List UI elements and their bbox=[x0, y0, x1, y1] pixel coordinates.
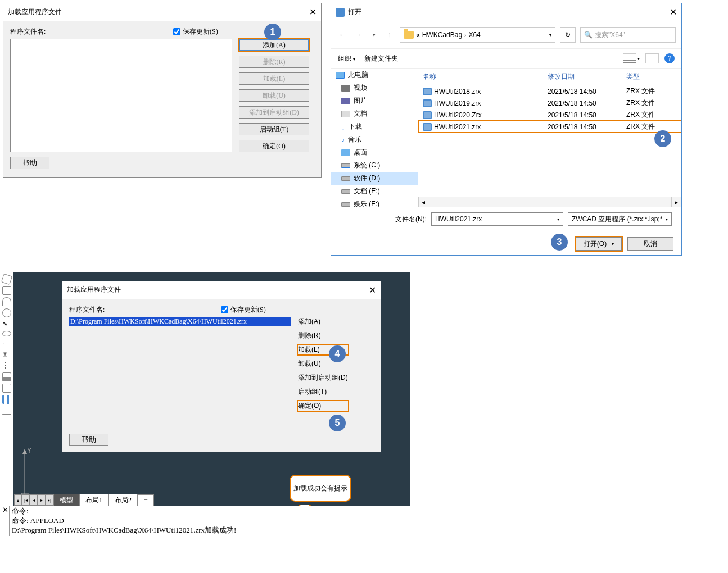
refresh-button[interactable]: ↻ bbox=[560, 27, 576, 43]
program-filename-label: 程序文件名: bbox=[69, 305, 221, 315]
filetype-filter-combobox[interactable]: ZWCAD 应用程序 (*.zrx;*.lsp;*▾ bbox=[568, 212, 672, 226]
col-name[interactable]: 名称 bbox=[418, 72, 548, 81]
tab-model[interactable]: 模型 bbox=[53, 494, 79, 507]
tool-ellipse-icon[interactable] bbox=[2, 331, 11, 336]
program-files-listbox[interactable] bbox=[10, 39, 232, 152]
tab-first-icon[interactable]: |◂ bbox=[22, 494, 30, 506]
filename-combobox[interactable]: HWUtil2021.zrx▾ bbox=[431, 212, 563, 226]
save-updates-checkbox[interactable]: 保存更新(S) bbox=[173, 27, 218, 37]
tool-point-icon[interactable]: · bbox=[2, 339, 11, 348]
help-button[interactable]: 帮助 bbox=[69, 434, 108, 446]
nav-up-icon[interactable]: ↑ bbox=[384, 31, 395, 39]
startup-group-button[interactable]: 启动组(T) bbox=[239, 123, 309, 135]
delete-button[interactable]: 删除(R) bbox=[239, 56, 309, 68]
breadcrumb-seg2[interactable]: X64 bbox=[468, 31, 480, 39]
unload-button[interactable]: 卸载(U) bbox=[239, 89, 309, 102]
tool-table-icon[interactable] bbox=[2, 372, 11, 381]
add-button[interactable]: 添加(A) bbox=[239, 39, 309, 51]
filename-label: 文件名(N): bbox=[395, 215, 427, 224]
preview-pane-button[interactable] bbox=[645, 53, 659, 63]
tab-layout2[interactable]: 布局2 bbox=[108, 494, 138, 507]
add-button[interactable]: 添加(A) bbox=[298, 317, 348, 326]
tool-spline-icon[interactable]: ∿ bbox=[2, 320, 11, 329]
tool-dots-icon[interactable]: ⋮ bbox=[2, 361, 11, 370]
close-icon[interactable]: ✕ bbox=[670, 7, 677, 17]
sidebar-pictures[interactable]: 图片 bbox=[331, 94, 418, 107]
file-row[interactable]: HWUtil2020.Zrx2021/5/18 14:50ZRX 文件 bbox=[418, 109, 681, 121]
scroll-left-icon[interactable]: ◂ bbox=[418, 197, 428, 207]
sidebar-drive-c[interactable]: 系统 (C:) bbox=[331, 159, 418, 172]
sidebar-documents[interactable]: 文档 bbox=[331, 107, 418, 120]
breadcrumb-seg1[interactable]: HWKCadBag bbox=[422, 31, 462, 39]
ok-button[interactable]: 确定(O) bbox=[239, 140, 309, 152]
svg-text:Y: Y bbox=[27, 447, 31, 454]
sidebar-drive-e[interactable]: 文档 (E:) bbox=[331, 185, 418, 198]
close-panel-icon[interactable]: ✕ bbox=[2, 506, 8, 515]
cancel-button[interactable]: 取消 bbox=[627, 237, 673, 251]
load-button[interactable]: 加载(L) bbox=[239, 72, 309, 85]
file-open-dialog: 打开 ✕ ← → ▾ ↑ « HWKCadBag › X64 ▾ ↻ 🔍 搜索"… bbox=[331, 3, 682, 256]
list-item-selected[interactable]: D:\Program Files\HWKSoft\HWKCadBag\X64\H… bbox=[69, 317, 291, 326]
help-button[interactable]: 帮助 bbox=[10, 157, 49, 169]
search-input[interactable]: 🔍 搜索"X64" bbox=[580, 27, 676, 43]
nav-down-icon[interactable]: ▾ bbox=[368, 32, 379, 38]
col-date[interactable]: 修改日期 bbox=[548, 72, 626, 81]
tab-next-icon[interactable]: ▸ bbox=[38, 494, 46, 506]
tab-add[interactable]: + bbox=[138, 494, 154, 506]
file-list-header[interactable]: 名称 修改日期 类型 bbox=[418, 69, 681, 85]
cmd-line: 命令: APPLOAD bbox=[12, 516, 408, 526]
open-button[interactable]: 打开(O)▾ bbox=[576, 237, 622, 251]
callout-2: 2 bbox=[654, 130, 671, 147]
sidebar-this-pc[interactable]: 此电脑 bbox=[331, 69, 418, 81]
tool-circle-icon[interactable] bbox=[2, 308, 11, 317]
close-icon[interactable]: ✕ bbox=[369, 285, 376, 295]
sidebar-videos[interactable]: 视频 bbox=[331, 81, 418, 94]
program-files-listbox[interactable]: D:\Program Files\HWKSoft\HWKCadBag\X64\H… bbox=[69, 317, 291, 429]
tool-underline-icon[interactable] bbox=[2, 406, 11, 415]
tool-grid-icon[interactable] bbox=[2, 395, 11, 404]
breadcrumb-dropdown-icon[interactable]: ▾ bbox=[549, 33, 551, 38]
nav-forward-icon[interactable]: → bbox=[352, 31, 364, 39]
scroll-right-icon[interactable]: ▸ bbox=[671, 197, 681, 207]
ok-button[interactable]: 确定(O) bbox=[298, 401, 348, 411]
breadcrumb[interactable]: « HWKCadBag › X64 ▾ bbox=[400, 27, 555, 43]
help-icon[interactable]: ? bbox=[664, 53, 675, 63]
new-folder-button[interactable]: 新建文件夹 bbox=[364, 54, 398, 63]
folder-tree[interactable]: 此电脑 视频 图片 文档 ↓下载 ♪音乐 桌面 系统 (C:) 软件 (D:) … bbox=[331, 69, 418, 207]
sidebar-drive-d[interactable]: 软件 (D:) bbox=[331, 172, 418, 185]
save-updates-checkbox[interactable]: 保存更新(S) bbox=[221, 305, 266, 315]
download-icon: ↓ bbox=[341, 122, 345, 131]
titlebar[interactable]: 加载应用程序文件 ✕ bbox=[3, 3, 321, 21]
sidebar-drive-f[interactable]: 娱乐 (F:) bbox=[331, 198, 418, 207]
tab-prev-icon[interactable]: ◂ bbox=[30, 494, 38, 506]
sidebar-music[interactable]: ♪音乐 bbox=[331, 133, 418, 146]
add-to-startup-button[interactable]: 添加到启动组(D) bbox=[239, 106, 309, 119]
tool-rect-icon[interactable] bbox=[2, 286, 11, 295]
col-type[interactable]: 类型 bbox=[626, 72, 666, 81]
startup-group-button[interactable]: 启动组(T) bbox=[298, 387, 348, 397]
zrx-file-icon bbox=[423, 111, 432, 119]
file-row[interactable]: HWUtil2018.zrx2021/5/18 14:50ZRX 文件 bbox=[418, 85, 681, 97]
tab-last-icon[interactable]: ▸| bbox=[46, 494, 53, 506]
add-to-startup-button[interactable]: 添加到启动组(D) bbox=[298, 373, 348, 383]
search-icon: 🔍 bbox=[584, 31, 593, 39]
file-row[interactable]: HWUtil2021.zrx2021/5/18 14:50ZRX 文件 bbox=[418, 121, 681, 133]
tool-arc-icon[interactable] bbox=[2, 297, 11, 306]
tool-square-icon[interactable] bbox=[2, 384, 11, 393]
tool-block-icon[interactable]: ⊞ bbox=[2, 350, 11, 359]
tool-polygon-icon[interactable] bbox=[1, 274, 12, 285]
organize-menu[interactable]: 组织 ▾ bbox=[338, 54, 355, 63]
horizontal-scrollbar[interactable]: ◂ ▸ bbox=[418, 197, 681, 207]
delete-button[interactable]: 删除(R) bbox=[298, 331, 348, 340]
close-icon[interactable]: ✕ bbox=[309, 7, 316, 17]
folder-icon bbox=[404, 31, 414, 39]
nav-back-icon[interactable]: ← bbox=[337, 31, 348, 39]
sidebar-desktop[interactable]: 桌面 bbox=[331, 146, 418, 159]
sidebar-downloads[interactable]: ↓下载 bbox=[331, 120, 418, 133]
save-updates-input[interactable] bbox=[173, 28, 180, 35]
command-line-panel[interactable]: ✕ 命令: 命令: APPLOAD D:\Program Files\HWKSo… bbox=[0, 506, 410, 536]
file-row[interactable]: HWUtil2019.zrx2021/5/18 14:50ZRX 文件 bbox=[418, 97, 681, 109]
view-mode-button[interactable]: ▾ bbox=[623, 53, 640, 63]
tab-scroll-up-icon[interactable]: ▴ bbox=[14, 494, 22, 506]
tab-layout1[interactable]: 布局1 bbox=[79, 494, 108, 507]
